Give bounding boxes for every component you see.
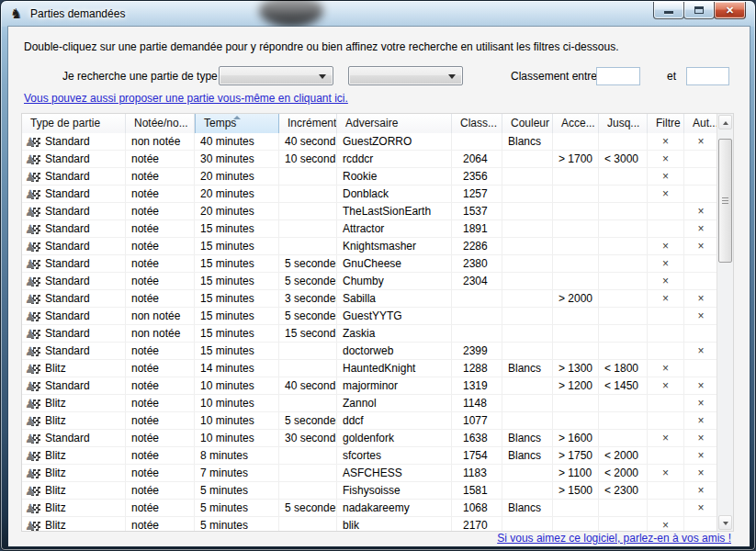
cell-filtre <box>648 395 684 411</box>
cell-type: ♟Standard <box>22 325 126 342</box>
pawn-glyph-icon: ♟ <box>25 501 36 515</box>
game-row[interactable]: ♟Standardnotée20 minutesTheLastSionEarth… <box>22 203 718 220</box>
minimize-button[interactable] <box>653 2 684 19</box>
cell-accepte <box>553 220 599 237</box>
scrollbar-thumb[interactable] <box>718 139 732 263</box>
game-row[interactable]: ♟Standardnotée15 minutes5 secondesChumby… <box>22 273 718 290</box>
cell-autre <box>684 273 718 289</box>
cell-jusqua <box>599 430 648 446</box>
second-filter-combobox[interactable] <box>348 66 463 85</box>
close-button[interactable]: ✕ <box>714 2 746 19</box>
cell-adversaire: nadakareemy <box>337 500 452 516</box>
cell-jusqua <box>599 238 648 254</box>
cell-text: notée <box>131 432 159 444</box>
cell-classement: 1068 <box>452 500 502 516</box>
cell-type: ♟Blitz <box>22 395 126 411</box>
cell-text: 10 minutes <box>200 432 254 444</box>
game-row[interactable]: ♟Standardnon notée40 minutes40 second...… <box>22 133 718 151</box>
cell-accepte <box>553 517 599 532</box>
cell-text: 2304 <box>463 275 488 287</box>
game-row[interactable]: ♟Standardnotée15 minutes5 secondesGnuChe… <box>22 255 718 273</box>
titlebar[interactable]: ♞ Parties demandées ✕ <box>1 1 755 27</box>
game-row[interactable]: ♟Blitznotée5 minutesblik2170× <box>22 517 718 532</box>
cell-text: 10 minutes <box>200 397 254 410</box>
propose-game-link[interactable]: Vous pouvez aussi proposer une partie vo… <box>24 92 348 105</box>
game-row[interactable]: ♟Standardnotée20 minutesDonblack1257× <box>22 186 718 203</box>
pawn-icon: ♟ <box>26 309 41 323</box>
cell-text: Attractor <box>343 222 384 235</box>
cell-accepte: > 1200 <box>553 377 599 394</box>
cell-notation: notée <box>126 447 195 464</box>
game-row[interactable]: ♟Standardnotée15 minutes3 secondesSabill… <box>22 290 718 308</box>
column-header-jusqua[interactable]: Jusq... <box>599 114 648 133</box>
cell-text: notée <box>131 205 159 218</box>
game-type-combobox[interactable] <box>219 66 333 85</box>
column-header-classement[interactable]: Class... <box>452 114 502 133</box>
game-row[interactable]: ♟Blitznotée10 minutesZannol1148× <box>22 395 718 412</box>
scroll-up-button[interactable] <box>718 115 732 129</box>
cell-adversaire: majorminor <box>337 377 452 394</box>
cell-couleur: Blancs <box>502 133 553 150</box>
column-header-label: Temps <box>204 117 236 129</box>
game-row[interactable]: ♟Blitznotée5 minutesFishysoisse1581> 150… <box>22 482 718 500</box>
rating-min-input[interactable] <box>596 67 640 85</box>
cell-text: GuestZORRO <box>343 135 412 148</box>
cell-accepte: > 1600 <box>553 430 599 446</box>
column-header-temps[interactable]: Temps <box>195 114 279 133</box>
cell-notation: notée <box>126 186 195 202</box>
cell-couleur <box>502 151 553 167</box>
column-header-filtre[interactable]: Filtre <box>648 114 684 133</box>
vertical-scrollbar[interactable] <box>717 114 733 531</box>
cell-autre <box>684 255 718 272</box>
game-row[interactable]: ♟Standardnotée10 minutes40 second...majo… <box>22 377 718 395</box>
column-header-type[interactable]: Type de partie <box>22 114 126 133</box>
cell-filtre <box>648 343 684 359</box>
column-header-adversaire[interactable]: Adversaire <box>337 114 452 133</box>
cell-text: 1891 <box>463 222 488 235</box>
column-header-increment[interactable]: Incrément... <box>279 114 337 133</box>
cell-text: × <box>697 222 704 235</box>
game-row[interactable]: ♟Blitznotée10 minutes5 secondesddcf1077× <box>22 412 718 430</box>
scroll-down-button[interactable] <box>718 515 732 530</box>
cell-adversaire: rcddcr <box>337 151 452 167</box>
rating-max-input[interactable] <box>686 67 729 85</box>
game-row[interactable]: ♟Standardnon notée15 minutes15 second...… <box>22 325 718 343</box>
game-row[interactable]: ♟Blitznotée8 minutessfcortes1754Blancs> … <box>22 447 718 465</box>
cell-text: nadakareemy <box>343 501 410 514</box>
game-row[interactable]: ♟Standardnotée30 minutes10 second...rcdd… <box>22 151 718 168</box>
game-row[interactable]: ♟Standardnotée15 minutesAttractor1891× <box>22 220 718 238</box>
share-with-friends-link[interactable]: Si vous aimez ce logiciel, parlez-en à v… <box>497 532 731 545</box>
game-row[interactable]: ♟Blitznotée7 minutesASFCHESS1183> 1100< … <box>22 465 718 482</box>
cell-notation: notée <box>126 203 195 219</box>
maximize-button[interactable] <box>683 2 715 19</box>
cell-text: 8 minutes <box>200 449 248 462</box>
column-header-couleur[interactable]: Couleur <box>502 114 553 133</box>
column-header-notation[interactable]: Notée/no... <box>126 114 195 133</box>
cell-filtre: × <box>648 238 684 254</box>
cell-accepte <box>553 133 599 150</box>
cell-text: blik <box>343 519 359 532</box>
pawn-icon: ♟ <box>26 484 41 498</box>
cell-increment <box>279 360 337 377</box>
column-header-accepte[interactable]: Acce... <box>553 114 599 133</box>
column-header-autre[interactable]: Aut... <box>684 114 718 133</box>
game-row[interactable]: ♟Blitznotée5 minutes5 secondesnadakareem… <box>22 500 718 517</box>
cell-couleur <box>502 186 553 202</box>
cell-text: × <box>697 484 704 497</box>
cell-text: × <box>662 292 669 305</box>
game-row[interactable]: ♟Standardnotée15 minutesKnightsmasher228… <box>22 238 718 255</box>
game-row[interactable]: ♟Standardnotée20 minutesRookie2356× <box>22 168 718 186</box>
pawn-glyph-icon: ♟ <box>25 205 36 219</box>
game-row[interactable]: ♟Standardnotée10 minutes30 second...gold… <box>22 430 718 447</box>
cell-jusqua <box>599 500 648 516</box>
game-row[interactable]: ♟Standardnon notée15 minutes5 secondesGu… <box>22 308 718 325</box>
game-row[interactable]: ♟Blitznotée14 minutesHauntedKnight1288Bl… <box>22 360 718 377</box>
cell-text: 5 secondes <box>285 414 337 427</box>
cell-autre <box>684 168 718 185</box>
cell-autre: × <box>684 465 718 481</box>
cell-autre <box>684 151 718 167</box>
window-controls: ✕ <box>654 2 746 19</box>
game-row[interactable]: ♟Standardnotée15 minutesdoctorweb2399× <box>22 343 718 360</box>
cell-text: 15 second... <box>285 327 337 340</box>
cell-classement: 1537 <box>452 203 502 219</box>
